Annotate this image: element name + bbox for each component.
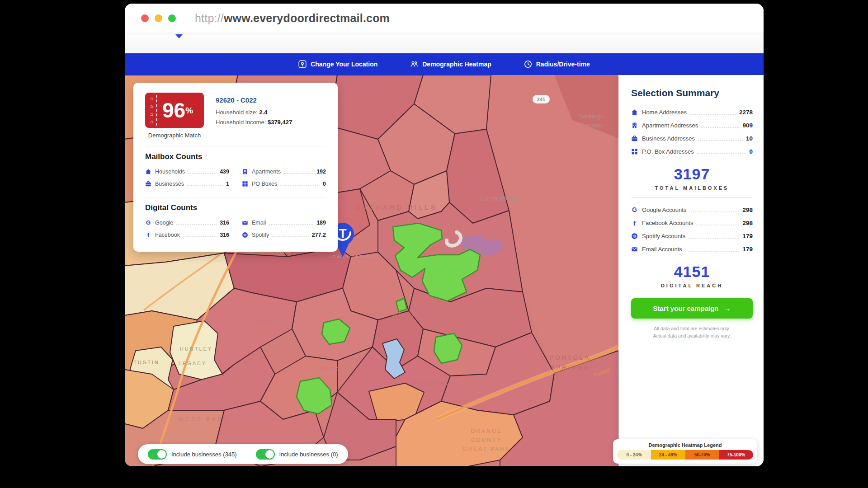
label-santiago-2: Canyon [580,122,602,129]
row-home-addresses: Home Addresses2278 [631,106,753,119]
stat-spotify: Spotify277.2 [242,229,326,241]
house-glyph: ⌂ [150,112,153,117]
nav-item-change-location[interactable]: Change Your Location [298,60,377,68]
nav-label: Radius/Drive-time [536,61,590,68]
browser-chrome: http://www.everydoordirectmail.com [125,4,764,33]
pin-letter: T [339,226,346,240]
household-income: Household income: $379,427 [216,117,292,127]
road-shield-241: 241 [533,95,550,103]
apartment-icon [242,169,248,175]
stat-businesses: Businesses1 [145,178,229,190]
row-pobox-addresses: P.O. Box Addresses0 [631,145,753,158]
pobox-icon [242,181,248,187]
apartment-icon [631,122,638,129]
heatmap-legend: Demographic Heatmap Legend 0 - 24% 24 - … [613,439,757,464]
briefcase-icon [631,135,638,142]
label-great-park-3: GREAT PARK [462,446,510,452]
label-santiago-1: Santiago [579,113,604,120]
toggle-include-businesses-2[interactable]: Include businesses (0) [256,449,338,460]
panel-title: Selection Summary [631,88,753,99]
zip-route-code: 92620 - C022 [216,94,292,106]
label-northwood: NORTHWOOD [367,312,415,317]
spotify-icon [631,233,638,239]
label-loma-ridge: Loma Ridge [481,194,518,202]
svg-text:241: 241 [537,97,545,102]
disclaimer-text: All data and total are estimates only. A… [631,325,753,340]
label-el-camino: EL CAMINO [306,366,341,371]
row-google-accounts: Google Accounts298 [631,203,753,216]
clock-icon [524,60,532,68]
digital-reach-value: 4151 [631,263,753,281]
house-icon [631,109,638,116]
nav-item-radius-drivetime[interactable]: Radius/Drive-time [524,60,590,68]
nav-item-demographic-heatmap[interactable]: Demographic Heatmap [410,60,491,68]
digital-reach-label: DIGITAL REACH [631,283,753,288]
label-woodbury: WOODBURY [412,380,454,386]
selection-info-card: ⌂ ⌂ ⌂ ⌂ 96% Demographic Match 92620 - C0… [133,83,338,252]
facebook-icon [145,232,151,238]
toggle-bar: Include businesses (345) Include busines… [138,444,348,464]
traffic-lights [141,14,176,22]
toggle-switch-on[interactable] [256,449,275,460]
browser-window: http://www.everydoordirectmail.com Chang… [125,4,764,466]
url-bar[interactable]: http://www.everydoordirectmail.com [195,12,390,25]
label-portola-1: PORTOLA [550,354,590,361]
label-great-park-2: COUNTY [471,437,502,443]
badge-ticket-strip: ⌂ ⌂ ⌂ ⌂ [147,95,157,126]
briefcase-icon [145,181,151,187]
row-spotify-accounts: Spotify Accounts179 [631,230,753,243]
mailbox-counts-title: Mailbox Counts [145,152,326,161]
toggle-switch-on[interactable] [148,449,167,460]
house-icon [145,169,151,175]
url-scheme: http:// [195,12,224,24]
pobox-icon [631,148,638,155]
legend-segment-0-24: 0 - 24% [617,450,651,460]
label-portola-2: SPRINGS [551,364,590,371]
email-icon [242,220,248,226]
stat-apartments: Apartments192 [242,165,326,178]
badge-label: Demographic Match [145,132,204,139]
google-icon [145,220,151,226]
legend-segment-24-49: 24 - 49% [651,450,685,460]
location-pin-icon [298,60,307,68]
label-west-park: WEST PARK [178,416,230,422]
arrow-right-icon: → [724,305,731,312]
chevron-down-icon[interactable] [175,34,183,38]
label-legacy: LEGACY [179,361,207,366]
header-strip [125,33,764,53]
legend-bar: 0 - 24% 24 - 49% 50-74% 75-100% [617,450,753,460]
label-walnut: WALNUT [253,318,283,324]
nav-label: Demographic Heatmap [422,61,491,68]
house-glyph: ⌂ [150,119,153,124]
legend-segment-50-74: 50-74% [685,450,719,460]
url-host: www.everydoordirectmail.com [224,12,390,24]
label-great-park-1: ORANGE [471,428,502,434]
spotify-icon [242,232,248,238]
toggle-include-businesses-1[interactable]: Include businesses (345) [148,449,237,460]
legend-title: Demographic Heatmap Legend [617,442,753,448]
stat-households: Households439 [145,165,229,178]
stat-email: Email189 [242,216,326,229]
divider [145,146,326,146]
heatmap-map[interactable]: 241 The Market Place LOWER PETERS ORCHAR… [125,75,618,466]
total-mailboxes-value: 3197 [631,165,753,183]
minimize-window-button[interactable] [155,14,162,22]
household-size: Household size: 2.4 [216,108,292,117]
close-window-button[interactable] [141,14,149,22]
demographic-match-badge: ⌂ ⌂ ⌂ ⌂ 96% [145,93,204,128]
divider [145,197,326,197]
row-facebook-accounts: Facebook Accounts298 [631,216,753,230]
label-lower-peters: LOWER PETERS [329,254,374,259]
selection-summary-panel: Selection Summary Home Addresses2278 Apa… [618,75,764,466]
google-icon [631,206,638,213]
maximize-window-button[interactable] [168,14,176,22]
start-campaign-button[interactable]: Start your campaign → [631,298,753,319]
legend-segment-75-100: 75-100% [719,450,753,460]
row-apartment-addresses: Apartment Addresses909 [631,119,753,132]
divider [631,197,753,198]
stat-facebook: Facebook316 [145,229,229,241]
house-glyph: ⌂ [150,96,153,101]
nav-label: Change Your Location [311,61,377,68]
label-huntley: HUNTLEY [180,346,212,352]
toolbar: Change Your Location Demographic Heatmap… [125,53,764,75]
